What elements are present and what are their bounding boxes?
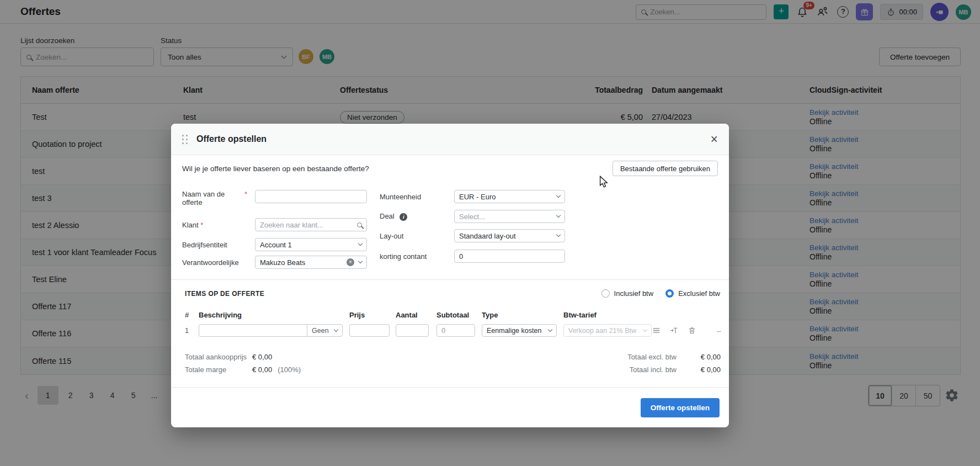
field-label-klant: Klant *	[182, 221, 255, 229]
quote-name-input[interactable]	[255, 190, 367, 203]
total-excl-label: Totaal excl. btw	[583, 353, 677, 361]
base-on-existing-question: Wil je je offerte liever baseren op een …	[182, 165, 369, 173]
create-quote-submit-button[interactable]: Offerte opstellen	[641, 398, 720, 417]
item-row: 1 Geen Eenmalige kosten Verkoop aan 21% …	[185, 324, 720, 337]
create-quote-modal: Offerte opstellen × Wil je je offerte li…	[171, 124, 729, 427]
item-row-actions: –	[652, 326, 721, 335]
item-subtotal-input	[436, 324, 475, 337]
item-type-select[interactable]: Eenmalige kosten	[482, 324, 557, 337]
chevron-down-icon	[556, 213, 561, 218]
vat-mode-radios: Inclusief btw Exclusief btw	[601, 289, 720, 298]
items-section-header: ITEMS OP DE OFFERTE Inclusief btw Exclus…	[185, 289, 720, 298]
item-subtotal-field	[441, 326, 470, 335]
radio-inclusief-btw[interactable]: Inclusief btw	[601, 289, 654, 298]
drag-handle-icon[interactable]	[182, 135, 188, 144]
total-excl-value: € 0,00	[677, 353, 721, 361]
totals-section: Totaal aankoopprijs € 0,00 Totale marge …	[185, 353, 721, 378]
section-divider	[171, 279, 729, 280]
item-vat-select[interactable]: Verkoop aan 21% Btw	[563, 324, 652, 337]
modal-header: Offerte opstellen ×	[171, 124, 729, 155]
cash-discount-input[interactable]	[454, 250, 565, 263]
currency-select[interactable]: EUR - Euro	[454, 190, 565, 203]
total-incl-label: Totaal incl. btw	[583, 366, 677, 374]
mouse-cursor	[599, 176, 609, 188]
radio-exclusief-btw[interactable]: Exclusief btw	[665, 289, 720, 298]
chevron-down-icon	[334, 327, 338, 331]
field-label-munteenheid: Munteenheid	[380, 193, 454, 201]
total-incl-value: € 0,00	[677, 366, 721, 374]
collapse-dash-icon[interactable]: –	[717, 326, 721, 335]
layout-select[interactable]: Standaard lay-out	[454, 229, 565, 242]
margin-percent: (100%)	[278, 366, 301, 374]
radio-selected-icon	[665, 289, 674, 298]
responsible-value: Makuzo Beats	[260, 258, 305, 267]
purchase-total-value: € 0,00	[252, 353, 272, 361]
search-icon	[357, 223, 362, 227]
item-price-field[interactable]	[354, 326, 385, 335]
chevron-down-icon	[556, 193, 561, 198]
chevron-down-icon	[358, 241, 363, 246]
items-heading: ITEMS OP DE OFFERTE	[185, 290, 264, 298]
info-icon: i	[400, 213, 407, 221]
deal-placeholder: Select...	[459, 213, 485, 221]
item-description-field[interactable]	[204, 326, 302, 335]
item-price-input[interactable]	[349, 324, 390, 337]
field-label-verantwoordelijke: Verantwoordelijke	[182, 258, 255, 267]
chevron-down-icon	[643, 327, 647, 331]
footer-divider	[171, 387, 729, 388]
item-number: 1	[185, 326, 193, 335]
responsible-select[interactable]: Makuzo Beats ×	[255, 256, 367, 269]
layout-value: Standaard lay-out	[459, 232, 516, 240]
deal-select[interactable]: Select...	[454, 210, 565, 223]
company-entity-value: Account 1	[260, 241, 292, 249]
items-column-headers: # Beschrijving Prijs Aantal Subtotaal Ty…	[185, 311, 720, 319]
client-search-field[interactable]	[260, 221, 354, 229]
field-label-deal: Deal i	[380, 212, 454, 221]
margin-total-value: € 0,00	[252, 366, 272, 374]
required-asterisk: *	[200, 221, 203, 229]
chevron-down-icon	[556, 232, 561, 237]
chevron-down-icon	[358, 259, 363, 263]
margin-total-label: Totale marge	[185, 366, 252, 374]
field-label-layout: Lay-out	[380, 232, 454, 240]
purchase-total-label: Totaal aankoopprijs	[185, 353, 252, 361]
item-quantity-field[interactable]	[401, 326, 424, 335]
quote-name-field[interactable]	[260, 193, 362, 201]
radio-icon	[601, 289, 610, 298]
drag-rows-icon[interactable]	[652, 326, 661, 335]
insert-text-line-icon[interactable]	[669, 326, 679, 335]
totals-left: Totaal aankoopprijs € 0,00 Totale marge …	[185, 353, 301, 378]
totals-right: Totaal excl. btw € 0,00 Totaal incl. btw…	[583, 353, 721, 378]
item-quantity-input[interactable]	[396, 324, 429, 337]
modal-subheader: Wil je je offerte liever baseren op een …	[182, 161, 718, 176]
item-description-input[interactable]	[199, 324, 307, 337]
clear-icon[interactable]: ×	[347, 258, 354, 266]
use-existing-quote-button[interactable]: Bestaande offerte gebruiken	[612, 161, 718, 176]
field-label-bedrijfsentiteit: Bedrijfsentiteit	[182, 241, 255, 249]
currency-value: EUR - Euro	[459, 193, 496, 201]
trash-icon[interactable]	[688, 326, 696, 335]
field-label-naam: Naam van de offerte *	[182, 190, 255, 206]
chevron-down-icon	[548, 327, 552, 331]
close-icon[interactable]: ×	[711, 133, 718, 146]
company-entity-select[interactable]: Account 1	[255, 238, 367, 251]
cash-discount-field[interactable]	[459, 252, 560, 261]
client-search-input[interactable]	[255, 218, 367, 231]
field-label-korting: korting contant	[380, 252, 454, 261]
modal-title: Offerte opstellen	[196, 134, 267, 144]
item-margin-select[interactable]: Geen	[307, 324, 343, 337]
required-asterisk: *	[244, 190, 247, 198]
